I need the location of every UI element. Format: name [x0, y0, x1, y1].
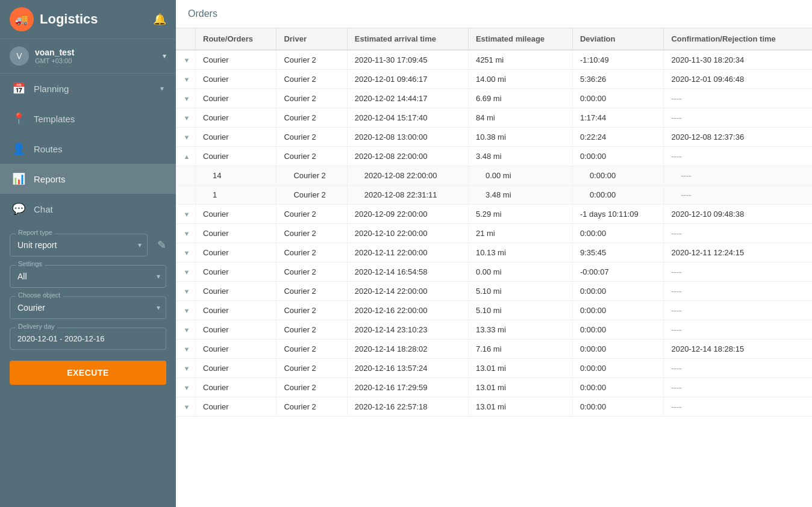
- table-row: ▼CourierCourier 22020-12-14 22:00:005.10…: [176, 282, 812, 301]
- table-row: ▼CourierCourier 22020-12-16 17:29:5913.0…: [176, 378, 812, 397]
- nav-chat-label: Chat: [34, 204, 53, 214]
- col-confirm[interactable]: Confirmation/Rejection time: [664, 28, 812, 50]
- col-eta[interactable]: Estimated arrival time: [347, 28, 468, 50]
- cell-eta: 2020-12-09 22:00:00: [347, 205, 468, 224]
- expand-chevron-icon[interactable]: ▼: [176, 108, 196, 128]
- cell-route: Courier: [196, 301, 276, 320]
- expand-chevron-icon[interactable]: ▼: [176, 378, 196, 397]
- expand-chevron-icon[interactable]: ▼: [176, 243, 196, 263]
- delivery-day-field: Delivery day: [10, 328, 166, 350]
- col-driver[interactable]: Driver: [276, 28, 347, 50]
- main-content: Orders Route/Orders Driver Estimated arr…: [176, 0, 812, 507]
- expand-chevron-icon[interactable]: ▼: [176, 50, 196, 70]
- nav-chat[interactable]: 💬 Chat: [0, 194, 176, 224]
- nav-templates[interactable]: 📍 Templates: [0, 104, 176, 134]
- cell-route: Courier: [196, 378, 276, 397]
- cell-confirm: ----: [664, 166, 812, 185]
- cell-driver: Courier 2: [276, 301, 347, 320]
- nav-routes[interactable]: 👤 Routes: [0, 134, 176, 164]
- cell-eta: 2020-12-01 09:46:17: [347, 70, 468, 89]
- execute-button[interactable]: EXECUTE: [10, 361, 166, 385]
- cell-deviation: 0:00:00: [572, 89, 664, 108]
- choose-object-select[interactable]: Courier: [10, 296, 166, 319]
- report-type-select[interactable]: Unit report: [10, 234, 148, 257]
- table-row: 1Courier 22020-12-08 22:31:113.48 mi0:00…: [176, 185, 812, 205]
- cell-mileage: 13.01 mi: [468, 378, 572, 397]
- cell-route: Courier: [196, 397, 276, 417]
- cell-driver: Courier 2: [276, 205, 347, 224]
- planning-icon: 📅: [12, 82, 25, 95]
- sidebar: 🚚 Logistics 🔔 V voan_test GMT +03:00 ▾ 📅…: [0, 0, 176, 507]
- expand-chevron-icon[interactable]: ▼: [176, 128, 196, 147]
- cell-driver: Courier 2: [276, 320, 347, 340]
- expand-chevron-icon[interactable]: [176, 166, 196, 185]
- page-title: Orders: [176, 0, 812, 28]
- table-row: ▼CourierCourier 22020-12-08 13:00:0010.3…: [176, 128, 812, 147]
- expand-chevron-icon[interactable]: ▼: [176, 205, 196, 224]
- table-row: ▼CourierCourier 22020-12-01 09:46:1714.0…: [176, 70, 812, 89]
- choose-object-field: Choose object Courier ▾: [10, 296, 166, 319]
- expand-chevron-icon[interactable]: ▲: [176, 147, 196, 166]
- cell-confirm: ----: [664, 359, 812, 378]
- table-row: ▲CourierCourier 22020-12-08 22:00:003.48…: [176, 147, 812, 166]
- expand-chevron-icon[interactable]: ▼: [176, 70, 196, 89]
- reports-icon: 📊: [12, 172, 25, 185]
- cell-driver: Courier 2: [276, 185, 347, 205]
- report-type-edit-icon[interactable]: ✎: [157, 238, 166, 252]
- cell-deviation: -1 days 10:11:09: [572, 205, 664, 224]
- col-deviation[interactable]: Deviation: [572, 28, 664, 50]
- cell-route: Courier: [196, 224, 276, 243]
- cell-driver: Courier 2: [276, 50, 347, 70]
- planning-chevron-icon: ▾: [160, 84, 164, 93]
- cell-eta: 2020-11-30 17:09:45: [347, 50, 468, 70]
- nav-reports-label: Reports: [34, 174, 66, 184]
- cell-route: Courier: [196, 108, 276, 128]
- expand-chevron-icon[interactable]: ▼: [176, 224, 196, 243]
- cell-confirm: ----: [664, 320, 812, 340]
- cell-mileage: 10.13 mi: [468, 243, 572, 263]
- table-row: ▼CourierCourier 22020-12-14 18:28:027.16…: [176, 340, 812, 359]
- routes-icon: 👤: [12, 142, 25, 155]
- cell-route: Courier: [196, 89, 276, 108]
- expand-chevron-icon[interactable]: ▼: [176, 301, 196, 320]
- cell-driver: Courier 2: [276, 378, 347, 397]
- delivery-day-input[interactable]: [10, 328, 166, 350]
- cell-mileage: 5.10 mi: [468, 282, 572, 301]
- bell-icon[interactable]: 🔔: [153, 13, 166, 26]
- cell-confirm: ----: [664, 282, 812, 301]
- nav-planning[interactable]: 📅 Planning ▾: [0, 73, 176, 104]
- cell-route: Courier: [196, 320, 276, 340]
- app-logo: 🚚: [10, 7, 34, 31]
- cell-route: Courier: [196, 147, 276, 166]
- cell-deviation: 5:36:26: [572, 70, 664, 89]
- expand-chevron-icon[interactable]: ▼: [176, 282, 196, 301]
- expand-chevron-icon[interactable]: ▼: [176, 320, 196, 340]
- user-section[interactable]: V voan_test GMT +03:00 ▾: [0, 39, 176, 73]
- expand-chevron-icon[interactable]: [176, 185, 196, 205]
- cell-route: Courier: [196, 340, 276, 359]
- table-wrapper[interactable]: Route/Orders Driver Estimated arrival ti…: [176, 28, 812, 507]
- col-mileage[interactable]: Estimated mileage: [468, 28, 572, 50]
- cell-driver: Courier 2: [276, 359, 347, 378]
- cell-confirm: 2020-11-30 18:20:34: [664, 50, 812, 70]
- nav-reports[interactable]: 📊 Reports: [0, 164, 176, 194]
- cell-driver: Courier 2: [276, 224, 347, 243]
- cell-mileage: 0.00 mi: [468, 263, 572, 282]
- table-row: ▼CourierCourier 22020-12-16 13:57:2413.0…: [176, 359, 812, 378]
- settings-select[interactable]: All: [10, 265, 166, 288]
- cell-mileage: 5.29 mi: [468, 205, 572, 224]
- cell-driver: Courier 2: [276, 89, 347, 108]
- expand-chevron-icon[interactable]: ▼: [176, 397, 196, 417]
- expand-chevron-icon[interactable]: ▼: [176, 263, 196, 282]
- cell-confirm: ----: [664, 378, 812, 397]
- expand-chevron-icon[interactable]: ▼: [176, 340, 196, 359]
- delivery-day-label: Delivery day: [16, 323, 57, 330]
- cell-confirm: 2020-12-01 09:46:48: [664, 70, 812, 89]
- cell-eta: 2020-12-14 18:28:02: [347, 340, 468, 359]
- expand-chevron-icon[interactable]: ▼: [176, 89, 196, 108]
- table-row: ▼CourierCourier 22020-12-09 22:00:005.29…: [176, 205, 812, 224]
- expand-chevron-icon[interactable]: ▼: [176, 359, 196, 378]
- cell-eta: 2020-12-04 15:17:40: [347, 108, 468, 128]
- col-route[interactable]: Route/Orders: [196, 28, 276, 50]
- table-row: ▼CourierCourier 22020-12-10 22:00:0021 m…: [176, 224, 812, 243]
